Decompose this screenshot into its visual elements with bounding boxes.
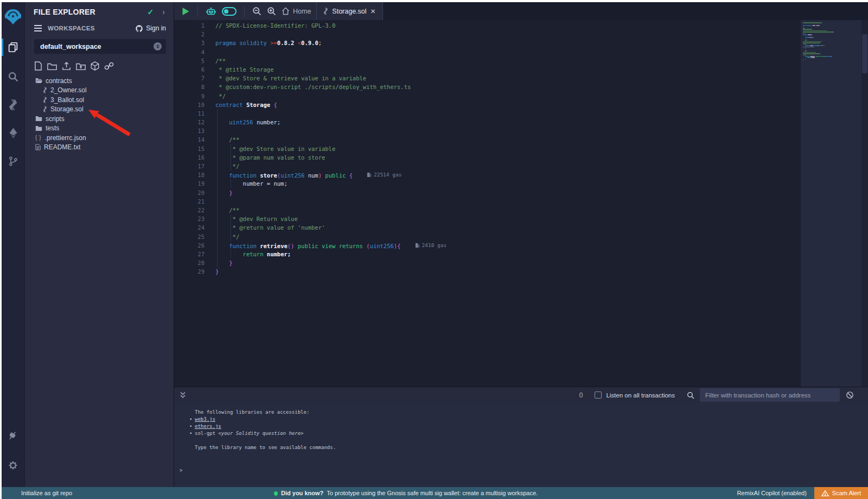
home-icon — [282, 7, 290, 15]
github-icon — [135, 24, 143, 33]
code-line-1: 1// SPDX-License-Identifier: GPL-3.0 — [174, 21, 801, 30]
folder-open-icon — [35, 78, 42, 84]
line-number: 28 — [174, 258, 205, 267]
upload-file-icon[interactable] — [62, 61, 71, 71]
line-number: 8 — [174, 83, 205, 91]
tree-item-Storage.sol[interactable]: Storage.sol — [25, 105, 174, 115]
line-number: 29 — [174, 267, 205, 276]
new-file-icon[interactable] — [34, 61, 42, 71]
terminal-link-ethers.js[interactable]: ethers.js — [195, 424, 221, 429]
search-icon[interactable] — [2, 66, 24, 87]
editor-scrollbar[interactable] — [861, 20, 868, 387]
file-explorer-icon[interactable] — [2, 36, 24, 58]
workspaces-menu-icon[interactable] — [34, 24, 42, 32]
code-line-3: 3pragma solidity >=0.8.2 <0.9.0; — [174, 39, 801, 47]
home-label: Home — [293, 8, 311, 15]
solidity-icon — [43, 87, 47, 93]
lightbulb-icon — [274, 491, 278, 495]
copilot-status[interactable]: RemixAI Copilot (enabled) — [737, 490, 806, 496]
accept-check-icon[interactable]: ✓ — [148, 8, 154, 16]
remix-logo-icon[interactable] — [2, 6, 24, 28]
line-number: 21 — [174, 197, 205, 206]
tree-item-contracts[interactable]: contracts — [25, 76, 174, 86]
solidity-compiler-icon[interactable] — [2, 94, 24, 116]
solidity-icon — [43, 97, 47, 103]
code-line-14: 14 /** — [174, 135, 801, 144]
tree-item-2_Owner.sol[interactable]: 2_Owner.sol — [25, 86, 174, 96]
code-line-25: 25 */ — [174, 232, 801, 241]
ai-copilot-robot-icon[interactable] — [206, 7, 216, 16]
tab-close-icon[interactable]: ✕ — [371, 8, 376, 15]
line-number: 10 — [174, 100, 205, 109]
listen-checkbox[interactable] — [595, 391, 602, 399]
line-number: 1 — [174, 21, 205, 30]
tab-storage-sol[interactable]: Storage.sol ✕ — [316, 2, 382, 20]
code-line-24: 24 * @return value of 'number' — [174, 223, 801, 232]
tree-item-README.txt[interactable]: README.txt — [25, 143, 174, 153]
gas-estimate-badge: 2410 gas — [415, 241, 447, 250]
code-line-16: 16 * @param num value to store — [174, 153, 801, 162]
terminal-line: ethers.js — [195, 423, 868, 430]
listen-all-transactions[interactable]: Listen on all transactions — [595, 391, 675, 399]
code-line-8: 8 * @custom:dev-run-script ./scripts/dep… — [174, 83, 801, 91]
folder-icon — [35, 116, 42, 122]
line-number: 3 — [174, 39, 205, 47]
activity-bar — [2, 2, 24, 487]
tree-item-scripts[interactable]: scripts — [25, 114, 174, 124]
git-init-button[interactable]: Initialize as git repo — [21, 490, 72, 496]
code-line-11: 11 — [174, 109, 801, 118]
line-number: 2 — [174, 30, 205, 39]
home-button[interactable]: Home — [282, 7, 311, 15]
tree-item-tests[interactable]: tests — [25, 124, 174, 134]
workspace-selected-value: default_workspace — [40, 43, 154, 50]
chevron-right-icon[interactable]: › — [162, 8, 165, 16]
settings-gear-icon[interactable] — [2, 454, 24, 476]
link-icon[interactable] — [104, 62, 114, 70]
zoom-out-icon[interactable] — [252, 7, 261, 16]
zoom-in-icon[interactable] — [267, 7, 276, 16]
tree-item-3_Ballot.sol[interactable]: 3_Ballot.sol — [25, 95, 174, 105]
upload-folder-icon[interactable] — [76, 62, 86, 71]
clear-console-icon[interactable] — [846, 391, 854, 399]
line-number: 22 — [174, 206, 205, 214]
folder-icon — [35, 125, 42, 131]
code-editor[interactable]: 1// SPDX-License-Identifier: GPL-3.023pr… — [174, 20, 868, 387]
status-bar: Initialize as git repo Did you know? To … — [2, 487, 868, 499]
git-icon[interactable] — [2, 150, 24, 172]
gas-estimate-badge: 22514 gas — [367, 170, 401, 179]
line-number: 13 — [174, 127, 205, 135]
sign-in-label: Sign in — [146, 24, 166, 32]
run-play-button[interactable] — [182, 7, 190, 16]
did-you-know-tip: Did you know? To prototype using the Gno… — [274, 490, 538, 496]
code-line-19: 19 number = num; — [174, 179, 801, 188]
terminal-prompt[interactable]: > — [180, 467, 182, 474]
scam-alert-button[interactable]: Scam Alert — [814, 487, 868, 499]
tree-item-label: Storage.sol — [50, 105, 84, 113]
workspace-select[interactable]: default_workspace — [34, 39, 166, 54]
toolbar-separator — [244, 6, 245, 17]
line-number: 16 — [174, 153, 205, 162]
tree-item-label: 3_Ballot.sol — [50, 96, 84, 104]
transaction-filter-input[interactable] — [700, 388, 840, 402]
plugin-manager-icon[interactable] — [2, 425, 24, 447]
code-line-26: 26 function retrieve() public view retur… — [174, 241, 801, 250]
terminal-link-web3.js[interactable]: web3.js — [195, 416, 215, 422]
code-line-29: 29} — [174, 267, 801, 276]
terminal-collapse-icon[interactable] — [180, 391, 186, 399]
line-number: 11 — [174, 109, 205, 118]
terminal-output[interactable]: The following libraries are accessible:w… — [174, 403, 868, 487]
load-cube-icon[interactable] — [91, 61, 99, 71]
ai-copilot-toggle[interactable] — [222, 7, 237, 16]
new-folder-icon[interactable] — [47, 62, 57, 71]
tip-body: To prototype using the Gnosis safe multi… — [327, 490, 538, 496]
deploy-run-icon[interactable] — [2, 122, 24, 144]
panel-title: FILE EXPLORER — [34, 8, 148, 16]
line-number: 27 — [174, 250, 205, 258]
line-number: 9 — [174, 92, 205, 100]
minimap[interactable] — [801, 20, 861, 387]
sign-in-button[interactable]: Sign in — [135, 24, 166, 33]
tree-item-label: 2_Owner.sol — [50, 86, 87, 94]
tree-item-.prettierrc.json[interactable]: { }.prettierrc.json — [25, 133, 174, 143]
code-line-22: 22 /** — [174, 206, 801, 214]
line-number: 4 — [174, 48, 205, 56]
